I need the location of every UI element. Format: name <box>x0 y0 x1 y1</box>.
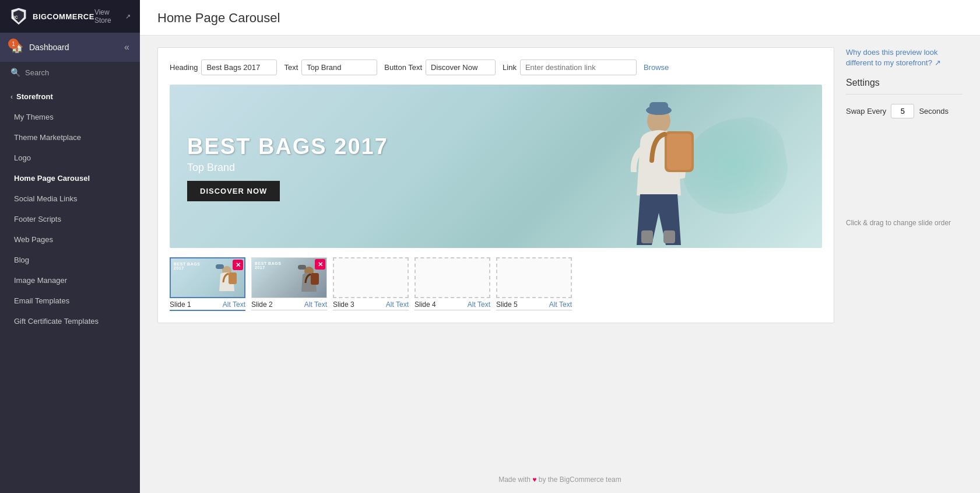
slide-thumb-5[interactable] <box>496 257 572 298</box>
dashboard-icon-wrap: 1 🏠 <box>10 41 23 54</box>
slide-thumb-2[interactable]: BEST BAGS2017 ✕ <box>251 257 327 298</box>
button-text-label: Button Text <box>384 63 422 72</box>
sidebar-dashboard-item[interactable]: 1 🏠 Dashboard « <box>0 33 140 62</box>
slide-4-alt-text-link[interactable]: Alt Text <box>468 300 490 309</box>
slide-item-2: BEST BAGS2017 ✕ Slide 2 Alt Text <box>251 257 327 310</box>
carousel-preview: BEST BAGS 2017 Top Brand DISCOVER NOW <box>170 85 822 248</box>
sidebar: BC BIGCOMMERCE View Store ↗ 1 🏠 Dashboar… <box>0 0 140 493</box>
text-label: Text <box>284 63 298 72</box>
svg-rect-15 <box>298 265 306 270</box>
search-icon: 🔍 <box>10 68 20 77</box>
seconds-label: Seconds <box>919 107 949 116</box>
slide-2-remove-btn[interactable]: ✕ <box>315 259 325 270</box>
swap-label: Swap Every <box>846 107 886 116</box>
slide-5-alt-text-link[interactable]: Alt Text <box>549 300 572 309</box>
sidebar-item-web-pages[interactable]: Web Pages <box>0 229 140 250</box>
slide-thumb-4[interactable] <box>415 257 490 298</box>
logo-area: BC BIGCOMMERCE <box>9 7 94 26</box>
heading-input[interactable] <box>201 60 277 75</box>
collapse-icon[interactable]: « <box>124 42 129 53</box>
preview-heading-text: BEST BAGS 2017 <box>187 135 388 159</box>
search-label: Search <box>25 68 49 77</box>
slides-row: BEST BAGS2017 ✕ Slide 1 Alt <box>170 257 822 311</box>
drag-hint: Click & drag to change slide order <box>846 219 963 227</box>
page-header: Home Page Carousel <box>140 0 980 36</box>
preview-subheading-text: Top Brand <box>187 162 388 174</box>
svg-rect-8 <box>667 134 691 170</box>
carousel-panel: Heading Text Button Text Link Browse <box>157 47 834 323</box>
sidebar-item-logo[interactable]: Logo <box>0 148 140 168</box>
storefront-section-label: ‹ Storefront <box>0 83 140 104</box>
heart-icon: ♥ <box>532 475 536 484</box>
slide-1-label: Slide 1 <box>170 300 191 309</box>
sidebar-item-image-manager[interactable]: Image Manager <box>0 270 140 291</box>
sidebar-nav: My Themes Theme Marketplace Logo Home Pa… <box>0 104 140 334</box>
slide-thumb-3[interactable] <box>333 257 409 298</box>
view-store-link[interactable]: View Store ↗ <box>94 8 131 25</box>
svg-rect-10 <box>663 230 675 243</box>
external-icon: ↗ <box>935 58 941 67</box>
heading-label: Heading <box>170 63 198 72</box>
settings-title: Settings <box>846 78 963 88</box>
button-text-input[interactable] <box>426 60 496 75</box>
slide-2-label: Slide 2 <box>251 300 273 309</box>
slide-2-alt-text-link[interactable]: Alt Text <box>304 300 327 309</box>
slide-thumb-text-1: BEST BAGS2017 <box>174 262 200 270</box>
swap-seconds-input[interactable] <box>891 104 914 118</box>
sidebar-item-gift-certificate-templates[interactable]: Gift Certificate Templates <box>0 311 140 331</box>
chevron-left-icon: ‹ <box>10 93 13 101</box>
fields-row: Heading Text Button Text Link Browse <box>170 60 822 75</box>
svg-text:BC: BC <box>12 15 17 20</box>
preview-cta-button[interactable]: DISCOVER NOW <box>187 181 280 201</box>
footer-text: Made with <box>498 475 531 484</box>
slide-item-5: Slide 5 Alt Text <box>496 257 572 310</box>
bigcommerce-logo-icon: BC <box>9 7 28 26</box>
person-figure <box>589 85 729 248</box>
content-area: Heading Text Button Text Link Browse <box>140 36 980 466</box>
sidebar-item-blog[interactable]: Blog <box>0 250 140 270</box>
slide-item-1: BEST BAGS2017 ✕ Slide 1 Alt <box>170 257 245 311</box>
sidebar-item-my-themes[interactable]: My Themes <box>0 107 140 127</box>
slide-item-4: Slide 4 Alt Text <box>415 257 490 310</box>
slide-3-label: Slide 3 <box>333 300 354 309</box>
preview-overlay-text: BEST BAGS 2017 Top Brand DISCOVER NOW <box>187 135 388 201</box>
slide-4-label-row: Slide 4 Alt Text <box>415 300 490 310</box>
slide-1-remove-btn[interactable]: ✕ <box>233 260 243 270</box>
sidebar-header: BC BIGCOMMERCE View Store ↗ <box>0 0 140 33</box>
sidebar-item-footer-scripts[interactable]: Footer Scripts <box>0 209 140 229</box>
sidebar-item-email-templates[interactable]: Email Templates <box>0 291 140 311</box>
slide-1-label-row: Slide 1 Alt Text <box>170 300 245 311</box>
footer-suffix: by the BigCommerce team <box>539 475 621 484</box>
page-title: Home Page Carousel <box>157 11 963 26</box>
sidebar-item-home-page-carousel[interactable]: Home Page Carousel <box>0 168 140 188</box>
slide-3-label-row: Slide 3 Alt Text <box>333 300 409 310</box>
preview-question-link[interactable]: Why does this preview look different to … <box>846 47 963 68</box>
svg-rect-6 <box>649 102 668 113</box>
slide-3-alt-text-link[interactable]: Alt Text <box>386 300 409 309</box>
dashboard-label: Dashboard <box>29 43 69 52</box>
external-link-icon: ↗ <box>125 13 131 20</box>
settings-section: Settings Swap Every Seconds <box>846 78 963 118</box>
browse-link[interactable]: Browse <box>644 63 669 72</box>
right-panel: Why does this preview look different to … <box>846 47 963 227</box>
swap-row: Swap Every Seconds <box>846 104 963 118</box>
footer-bar: Made with ♥ by the BigCommerce team <box>140 466 980 493</box>
slide-5-label-row: Slide 5 Alt Text <box>496 300 572 310</box>
link-input[interactable] <box>520 60 637 75</box>
settings-divider <box>846 94 963 95</box>
slide-thumb-text-2: BEST BAGS2017 <box>255 261 281 270</box>
svg-rect-16 <box>311 273 319 285</box>
sidebar-item-theme-marketplace[interactable]: Theme Marketplace <box>0 127 140 148</box>
slide-1-alt-text-link[interactable]: Alt Text <box>223 300 245 309</box>
link-label: Link <box>503 63 517 72</box>
sidebar-search-item[interactable]: 🔍 Search <box>0 62 140 83</box>
slide-thumb-1[interactable]: BEST BAGS2017 ✕ <box>170 257 245 298</box>
slide-item-3: Slide 3 Alt Text <box>333 257 409 310</box>
text-input[interactable] <box>301 60 377 75</box>
svg-rect-9 <box>641 230 653 243</box>
slide-4-label: Slide 4 <box>415 300 436 309</box>
notification-badge: 1 <box>8 39 19 49</box>
sidebar-item-social-media-links[interactable]: Social Media Links <box>0 188 140 209</box>
logo-text: BIGCOMMERCE <box>33 12 94 21</box>
main-content: Home Page Carousel Heading Text Button T… <box>140 0 980 493</box>
